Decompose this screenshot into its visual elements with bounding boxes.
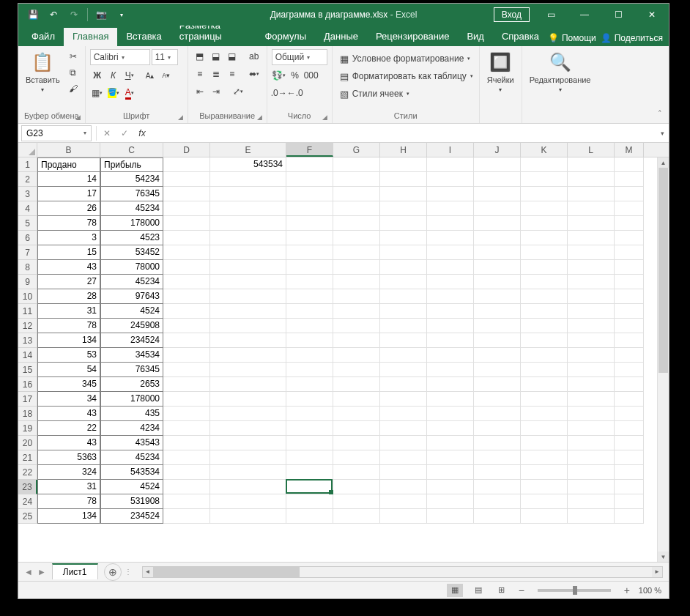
cell[interactable]	[521, 494, 568, 509]
cell[interactable]	[163, 260, 210, 275]
row-header[interactable]: 24	[18, 494, 37, 509]
cell[interactable]	[210, 407, 286, 421]
cell[interactable]	[615, 289, 644, 304]
cell[interactable]	[615, 509, 644, 524]
cell[interactable]	[163, 377, 210, 392]
cell[interactable]	[474, 494, 521, 509]
column-header[interactable]: H	[380, 143, 427, 157]
row-header[interactable]: 23	[18, 480, 37, 494]
cell[interactable]	[163, 333, 210, 348]
cell[interactable]	[163, 450, 210, 465]
cell[interactable]	[210, 245, 286, 260]
cell[interactable]	[163, 187, 210, 201]
cell[interactable]: 78	[37, 494, 100, 509]
cell[interactable]	[615, 436, 644, 450]
tab-view[interactable]: Вид	[458, 28, 493, 46]
cell[interactable]	[568, 231, 615, 245]
cell[interactable]	[380, 157, 427, 172]
cell[interactable]	[568, 260, 615, 275]
cell[interactable]	[474, 275, 521, 289]
align-middle-icon[interactable]: ⬓	[209, 49, 223, 64]
collapse-ribbon-icon[interactable]: ˄	[651, 46, 669, 123]
row-header[interactable]: 13	[18, 333, 37, 348]
cell[interactable]	[568, 187, 615, 201]
cell[interactable]	[615, 480, 644, 494]
cell[interactable]	[474, 216, 521, 231]
cell[interactable]	[615, 201, 644, 216]
cell[interactable]	[521, 465, 568, 480]
cell[interactable]	[333, 348, 380, 363]
column-header[interactable]: M	[615, 143, 644, 157]
cell[interactable]: 27	[37, 275, 100, 289]
cell[interactable]: 4524	[100, 480, 163, 494]
cell[interactable]: 4523	[100, 231, 163, 245]
cell[interactable]	[286, 260, 333, 275]
cell[interactable]	[427, 304, 474, 319]
cell[interactable]	[333, 157, 380, 172]
sheet-tab[interactable]: Лист1	[52, 563, 98, 579]
column-header[interactable]: K	[521, 143, 568, 157]
cell[interactable]	[286, 363, 333, 377]
cell[interactable]	[474, 260, 521, 275]
cell[interactable]	[286, 304, 333, 319]
cell[interactable]	[380, 260, 427, 275]
cell[interactable]	[427, 392, 474, 407]
italic-button[interactable]: К	[106, 68, 121, 83]
cell[interactable]	[474, 172, 521, 187]
cell[interactable]	[333, 480, 380, 494]
decrease-decimal-icon[interactable]: ←.0	[288, 86, 303, 100]
cell[interactable]	[521, 172, 568, 187]
cell[interactable]: 26	[37, 201, 100, 216]
cell[interactable]	[427, 245, 474, 260]
cell[interactable]: 178000	[100, 392, 163, 407]
cell[interactable]	[474, 407, 521, 421]
cell[interactable]	[286, 450, 333, 465]
cell[interactable]	[615, 172, 644, 187]
copy-icon[interactable]: ⧉	[66, 65, 81, 80]
cell[interactable]	[210, 201, 286, 216]
cell[interactable]	[333, 201, 380, 216]
cell[interactable]: 245908	[100, 319, 163, 333]
cell[interactable]	[568, 407, 615, 421]
row-header[interactable]: 2	[18, 172, 37, 187]
cell[interactable]	[521, 333, 568, 348]
scroll-right-icon[interactable]: ►	[652, 567, 662, 577]
cell[interactable]	[163, 392, 210, 407]
cell[interactable]: 4234	[100, 421, 163, 436]
cell[interactable]	[568, 172, 615, 187]
sheet-prev-icon[interactable]: ◄	[23, 567, 34, 577]
cell[interactable]	[210, 465, 286, 480]
row-header[interactable]: 4	[18, 201, 37, 216]
expand-formula-bar-icon[interactable]: ▾	[656, 130, 669, 137]
add-sheet-button[interactable]: ⊕	[104, 563, 122, 581]
align-launcher-icon[interactable]: ◢	[256, 114, 264, 121]
cell[interactable]	[427, 289, 474, 304]
cut-icon[interactable]: ✂	[66, 49, 81, 64]
align-right-icon[interactable]: ≡	[225, 67, 240, 81]
cell[interactable]: 34	[37, 392, 100, 407]
cell[interactable]	[380, 407, 427, 421]
cell[interactable]	[427, 187, 474, 201]
cell[interactable]	[615, 377, 644, 392]
cell[interactable]	[521, 187, 568, 201]
cell[interactable]: 5363	[37, 450, 100, 465]
number-launcher-icon[interactable]: ◢	[322, 114, 329, 121]
cell[interactable]	[286, 333, 333, 348]
cell[interactable]: 134	[37, 333, 100, 348]
column-header[interactable]: E	[210, 143, 286, 157]
cell[interactable]	[474, 480, 521, 494]
cell[interactable]	[474, 231, 521, 245]
cell[interactable]	[568, 450, 615, 465]
column-header[interactable]: I	[427, 143, 474, 157]
column-header[interactable]: L	[568, 143, 615, 157]
tab-help[interactable]: Справка	[493, 28, 548, 46]
cell[interactable]	[427, 494, 474, 509]
cell[interactable]	[286, 157, 333, 172]
row-header[interactable]: 18	[18, 407, 37, 421]
cell[interactable]	[427, 231, 474, 245]
cell[interactable]	[521, 304, 568, 319]
align-left-icon[interactable]: ≡	[193, 67, 207, 81]
cell[interactable]	[427, 157, 474, 172]
cell[interactable]	[333, 407, 380, 421]
cell[interactable]: 2653	[100, 377, 163, 392]
